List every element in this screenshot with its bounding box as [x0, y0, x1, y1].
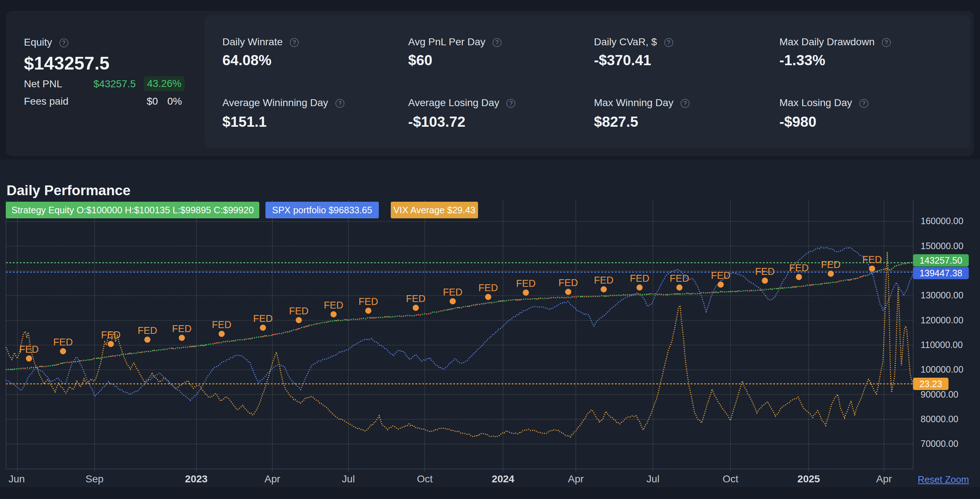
svg-text:FED: FED — [711, 270, 730, 281]
svg-text:FED: FED — [212, 319, 231, 330]
svg-text:FED: FED — [479, 283, 498, 293]
svg-text:FED: FED — [821, 259, 840, 270]
svg-text:FED: FED — [670, 273, 689, 284]
svg-text:FED: FED — [19, 344, 39, 355]
svg-text:FED: FED — [630, 273, 649, 284]
svg-text:FED: FED — [862, 254, 882, 265]
svg-text:FED: FED — [594, 275, 614, 286]
svg-text:FED: FED — [755, 266, 775, 277]
svg-text:FED: FED — [172, 323, 192, 334]
svg-text:FED: FED — [406, 293, 426, 304]
svg-text:FED: FED — [53, 337, 73, 348]
svg-text:FED: FED — [253, 313, 273, 324]
svg-text:FED: FED — [443, 287, 463, 298]
svg-text:FED: FED — [558, 277, 578, 288]
svg-text:FED: FED — [101, 329, 121, 340]
svg-text:FED: FED — [516, 278, 536, 289]
svg-text:FED: FED — [289, 306, 309, 316]
svg-text:FED: FED — [324, 300, 343, 311]
svg-text:FED: FED — [789, 262, 809, 273]
svg-text:FED: FED — [358, 296, 378, 307]
svg-text:FED: FED — [138, 325, 157, 336]
